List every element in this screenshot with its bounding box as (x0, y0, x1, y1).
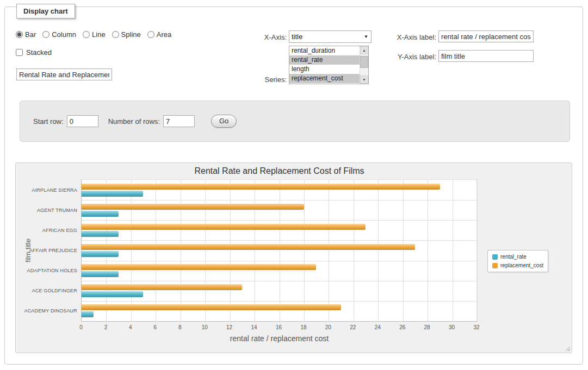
row-range-panel: Start row: Number of rows: Go (20, 101, 570, 142)
x-tick-label: 10 (202, 324, 208, 330)
chart-legend: rental_ratereplacement_cost (487, 250, 548, 272)
bar-rental_rate (82, 211, 119, 217)
bar-rental_rate (82, 251, 119, 257)
x-tick-label: 12 (226, 324, 232, 330)
num-rows-label: Number of rows: (108, 117, 160, 126)
stacked-option[interactable]: Stacked (16, 48, 52, 57)
chart-type-option-column[interactable]: Column (42, 30, 76, 39)
legend-item-rental_rate[interactable]: rental_rate (492, 254, 543, 260)
bar-replacement_cost (82, 284, 242, 290)
stacked-checkbox[interactable] (16, 49, 23, 56)
bar-rental_rate (82, 311, 94, 317)
category-label: AIRPLANE SIERRA (13, 187, 77, 193)
x-axis-select[interactable]: title (289, 30, 372, 43)
bar-rental_rate (82, 271, 119, 277)
stacked-label: Stacked (26, 48, 52, 57)
category-label: ADAPTATION HOLES (13, 268, 77, 273)
fieldset-legend-title: Display chart (16, 4, 75, 18)
x-tick-label: 4 (129, 324, 132, 330)
series-option-replacement_cost[interactable]: replacement_cost (289, 74, 360, 83)
series-listbox[interactable]: rental_durationrental_ratelengthreplacem… (289, 46, 369, 84)
x-axis-label-field-label: X-Axis label: (375, 33, 436, 41)
chart-type-radio[interactable] (147, 31, 154, 38)
bar-replacement_cost (82, 204, 304, 210)
chart-type-option-bar[interactable]: Bar (16, 30, 36, 39)
chart-type-radio[interactable] (83, 31, 90, 38)
resize-handle-icon[interactable] (564, 345, 570, 351)
bar-replacement_cost (82, 224, 366, 230)
bar-rental_rate (82, 291, 143, 297)
chart-type-radio[interactable] (42, 31, 49, 38)
x-axis-title: rental rate / replacement cost (81, 334, 478, 343)
x-tick-label: 6 (154, 324, 157, 330)
chart-type-radio[interactable] (16, 31, 23, 38)
start-row-input[interactable] (67, 115, 98, 127)
category-label: AFFAIR PREJUDICE (13, 248, 77, 253)
category-label: AFRICAN EGG (13, 228, 77, 233)
x-tick-label: 2 (104, 324, 108, 330)
x-tick-label: 28 (424, 324, 430, 330)
chart-type-option-line[interactable]: Line (83, 30, 106, 39)
chart-title-input[interactable] (16, 68, 112, 80)
chart-title: Rental Rate and Replacement Cost of Film… (81, 166, 478, 176)
bar-rental_rate (82, 191, 143, 197)
x-tick-label: 22 (350, 324, 356, 330)
chart-type-label: Spline (121, 30, 141, 39)
y-axis-label-input[interactable] (438, 50, 534, 62)
chart-type-option-area[interactable]: Area (147, 30, 171, 39)
x-tick-label: 20 (325, 324, 331, 330)
series-option-rental_duration[interactable]: rental_duration (289, 46, 360, 55)
y-axis-label-field-label: Y-Axis label: (375, 53, 436, 61)
chart-panel: Rental Rate and Replacement Cost of Film… (15, 162, 572, 353)
go-button[interactable]: Go (211, 115, 237, 128)
series-field-label: Series: (228, 76, 287, 84)
legend-item-replacement_cost[interactable]: replacement_cost (492, 262, 543, 268)
category-label: ACADEMY DINOSAUR (13, 308, 77, 313)
bar-replacement_cost (82, 184, 440, 190)
x-axis-label-input[interactable] (438, 30, 534, 42)
bar-replacement_cost (82, 304, 341, 310)
x-tick-label: 8 (178, 324, 182, 330)
series-options-list: rental_durationrental_ratelengthreplacem… (289, 46, 360, 84)
series-option-length[interactable]: length (289, 65, 360, 74)
legend-swatch-icon (492, 254, 498, 260)
scroll-up-icon[interactable]: ▲ (360, 46, 368, 54)
start-row-label: Start row: (33, 117, 64, 126)
legend-swatch-icon (492, 263, 498, 268)
chart-type-label: Bar (25, 30, 36, 39)
bar-replacement_cost (82, 264, 316, 270)
series-scrollbar[interactable]: ▲ ▼ (360, 46, 368, 84)
chart-type-radio[interactable] (112, 31, 119, 38)
x-tick-label: 18 (300, 324, 306, 330)
series-option-rental_rate[interactable]: rental_rate (289, 55, 360, 65)
x-tick-label: 14 (251, 324, 257, 330)
category-label: ACE GOLDFINGER (13, 288, 77, 293)
chart-type-label: Line (92, 30, 106, 39)
bar-rental_rate (82, 231, 119, 237)
plot-area: AIRPLANE SIERRAAGENT TRUMANAFRICAN EGGAF… (81, 179, 478, 322)
category-label: AGENT TRUMAN (13, 208, 77, 213)
x-tick-label: 0 (79, 324, 83, 330)
legend-label: rental_rate (500, 254, 527, 260)
x-axis-tick-labels: 02468101214161820222426283032 (81, 324, 478, 331)
legend-label: replacement_cost (500, 262, 543, 268)
chart-type-label: Column (52, 30, 76, 39)
chart-type-radio-group: BarColumnLineSplineArea (16, 30, 171, 39)
x-tick-label: 30 (449, 324, 455, 330)
x-tick-label: 32 (473, 324, 479, 330)
chart-type-label: Area (157, 30, 171, 39)
display-chart-page: Display chart BarColumnLineSplineArea St… (0, 0, 588, 370)
x-axis-select-wrap[interactable]: title ▼ (289, 30, 372, 43)
x-axis-field-label: X-Axis: (228, 33, 287, 41)
scroll-thumb[interactable] (360, 56, 368, 68)
chart-type-option-spline[interactable]: Spline (112, 30, 141, 39)
scroll-track[interactable] (360, 54, 368, 76)
bar-replacement_cost (82, 244, 415, 250)
num-rows-input[interactable] (163, 115, 195, 127)
x-tick-label: 24 (375, 324, 381, 330)
x-tick-label: 26 (399, 324, 405, 330)
x-tick-label: 16 (276, 324, 282, 330)
scroll-down-icon[interactable]: ▼ (360, 76, 368, 84)
